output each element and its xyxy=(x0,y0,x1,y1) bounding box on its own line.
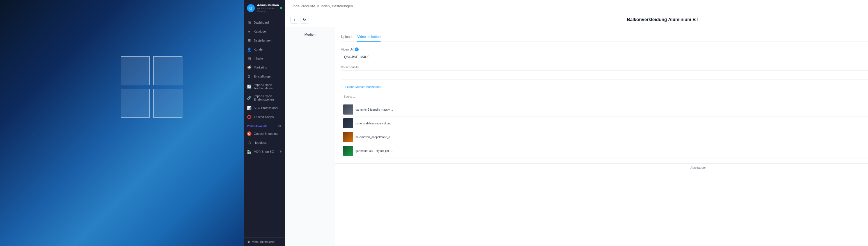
shopware-logo-icon: G xyxy=(247,4,255,12)
sidebar-item-einstellungen[interactable]: ⚙ Einstellungen xyxy=(244,72,285,81)
tab-upload[interactable]: Upload xyxy=(341,33,352,41)
sidebar-item-seo-professional[interactable]: 📊 SEO Professional xyxy=(244,103,285,112)
media-filename: mueiiboxen_doppeltonne_o... xyxy=(355,135,392,139)
media-item[interactable]: gartentuer-alu-1-flg-mit-pali-... xyxy=(341,144,868,158)
online-status-indicator xyxy=(280,7,282,9)
admin-version: v6.3.5.4 Stable Version xyxy=(257,7,280,13)
thumbnail-section: Vorschaubild ⊞ xyxy=(341,65,868,80)
sidebar-item-label: Trusted Shops xyxy=(254,115,274,119)
sidebar-item-headless[interactable]: ⬡ Headless xyxy=(244,138,285,147)
sidebar-item-marketing[interactable]: 📢 Marketing xyxy=(244,63,285,72)
minimize-icon: ◀ xyxy=(247,240,249,244)
media-panel: Medien xyxy=(285,27,335,246)
sidebar-item-google-shopping[interactable]: G Google Shopping xyxy=(244,129,285,138)
windows-logo xyxy=(121,56,182,118)
sidebar-item-label: Import/Export Textbausteine xyxy=(254,83,282,90)
toolbar-navigation: ‹ ↻ xyxy=(290,16,308,24)
sidebar-item-label: Kunden xyxy=(254,48,265,51)
video-url-section: Video Url i Vorschaubild ⊞ xyxy=(341,48,868,158)
seo-professional-icon: 📊 xyxy=(247,105,251,110)
sidebar-item-label: Inhalte xyxy=(254,57,263,60)
einstellungen-icon: ⚙ xyxy=(247,74,251,79)
media-item[interactable]: gartentor-2-fuegelig-massiv-... xyxy=(341,103,868,117)
sidebar-item-label: Marketing xyxy=(254,66,267,69)
product-title: Balkonverkleidung Aluminium BT xyxy=(312,17,868,22)
media-thumbnail xyxy=(343,146,353,156)
tab-video-einbetten[interactable]: Video einbetten xyxy=(357,33,380,41)
admin-title-block: Administration v6.3.5.4 Stable Version xyxy=(257,3,280,13)
sidebar-item-label: Import/Export Erlebniswelten xyxy=(254,94,282,101)
media-filename: cortenstahiblech-ansicht.png xyxy=(355,122,391,125)
sidebar-item-bestellungen[interactable]: ☰ Bestellungen xyxy=(244,36,285,45)
media-filename: gartentuer-alu-1-flg-mit-pali-... xyxy=(355,149,393,152)
thumbnail-label: Vorschaubild xyxy=(341,65,868,69)
sidebar-item-import-export-erl[interactable]: 🔗 Import/Export Erlebniswelten xyxy=(244,92,285,103)
google-shopping-icon: G xyxy=(247,131,251,136)
import-export-erl-icon: 🔗 xyxy=(247,95,251,100)
editor-area: Upload Video einbetten Video Url i xyxy=(335,27,868,246)
media-thumbnail xyxy=(343,104,353,115)
marketing-icon: 📢 xyxy=(247,65,251,70)
admin-panel: G Administration v6.3.5.4 Stable Version… xyxy=(244,0,868,246)
sidebar-item-label: Google Shopping xyxy=(254,132,278,135)
sidebar-item-label: Kataloge xyxy=(254,30,266,33)
media-filename: gartentor-2-fuegelig-massiv-... xyxy=(355,108,393,111)
sidebar-item-label: Einstellungen xyxy=(254,75,272,78)
kataloge-icon: ≡ xyxy=(247,29,251,34)
info-icon: i xyxy=(355,48,359,51)
refresh-button[interactable]: ↻ xyxy=(301,16,308,24)
admin-title: Administration xyxy=(257,3,280,7)
dashboard-icon: ⊞ xyxy=(247,20,251,25)
sidebar-item-kataloge[interactable]: ≡ Kataloge xyxy=(244,27,285,36)
top-search-bar xyxy=(285,0,868,12)
back-button[interactable]: ‹ xyxy=(290,16,298,24)
video-url-label: Video Url i xyxy=(341,48,868,51)
sidebar-item-kunden[interactable]: 👤 Kunden xyxy=(244,45,285,54)
video-url-input[interactable] xyxy=(341,53,868,61)
sidebar: G Administration v6.3.5.4 Stable Version… xyxy=(244,0,285,246)
minimize-label: Menü minimieren xyxy=(252,240,275,243)
video-embed-section: Upload Video einbetten Video Url i xyxy=(335,27,868,163)
media-list: gartentor-2-fuegelig-massiv-... cortenst… xyxy=(341,103,868,158)
media-search-input[interactable] xyxy=(343,95,868,98)
bestellungen-icon: ☰ xyxy=(247,38,251,43)
section-settings-icon[interactable]: ⚙ xyxy=(278,124,282,128)
kunden-icon: 👤 xyxy=(247,47,251,52)
section-header-label: Verkaufskanäle xyxy=(247,125,268,128)
sidebar-navigation: ⊞ Dashboard ≡ Kataloge ☰ Bestellungen 👤 … xyxy=(244,16,285,237)
ausklapp-section: Ausklappen xyxy=(335,163,868,172)
product-edit-toolbar: ‹ ↻ Balkonverkleidung Aluminium BT Deuts… xyxy=(285,12,868,27)
verkaufskanaele-section-header: Verkaufskanäle ⚙ xyxy=(244,121,285,129)
media-thumbnail xyxy=(343,132,353,142)
minimize-menu-button[interactable]: ◀ Menü minimieren xyxy=(247,240,282,244)
sidebar-item-mdr-shop-be[interactable]: 🏪 MDR Shop BE 👁 xyxy=(244,147,285,156)
sidebar-item-dashboard[interactable]: ⊞ Dashboard xyxy=(244,18,285,27)
trusted-shops-icon: ⭕ xyxy=(247,115,251,119)
thumbnail-input[interactable] xyxy=(341,70,868,80)
media-label: Medien xyxy=(305,33,315,36)
video-form: Video Url i Vorschaubild ⊞ xyxy=(341,48,868,158)
sidebar-item-label: Headless xyxy=(254,141,267,144)
sidebar-item-label: Bestellungen xyxy=(254,39,272,42)
import-export-text-icon: 🔄 xyxy=(247,84,251,89)
sidebar-item-label: SEO Professional xyxy=(254,106,278,110)
ausklapp-label: Ausklappen xyxy=(690,166,707,169)
media-search-row: 🔍 xyxy=(341,93,868,100)
mdr-shop-icon: 🏪 xyxy=(247,149,251,154)
media-item[interactable]: mueiiboxen_doppeltonne_o... xyxy=(341,130,868,144)
sidebar-item-trusted-shops[interactable]: ⭕ Trusted Shops xyxy=(244,112,285,121)
visibility-icon[interactable]: 👁 xyxy=(279,150,282,154)
desktop-background xyxy=(0,0,244,246)
sidebar-item-label: MDR Shop BE xyxy=(254,150,274,153)
upload-new-media-button[interactable]: + + Neue Medien hochladen xyxy=(341,84,868,90)
upload-label: + Neue Medien hochladen xyxy=(344,85,380,88)
inhalte-icon: ▤ xyxy=(247,56,251,61)
plus-icon: + xyxy=(341,85,343,88)
sidebar-item-inhalte[interactable]: ▤ Inhalte xyxy=(244,54,285,63)
main-content: ‹ ↻ Balkonverkleidung Aluminium BT Deuts… xyxy=(285,0,868,246)
media-thumbnail xyxy=(343,118,353,128)
sidebar-header: G Administration v6.3.5.4 Stable Version xyxy=(244,0,285,16)
sidebar-item-import-export-text[interactable]: 🔄 Import/Export Textbausteine xyxy=(244,81,285,92)
media-item[interactable]: cortenstahiblech-ansicht.png xyxy=(341,117,868,130)
global-search-input[interactable] xyxy=(290,4,868,8)
